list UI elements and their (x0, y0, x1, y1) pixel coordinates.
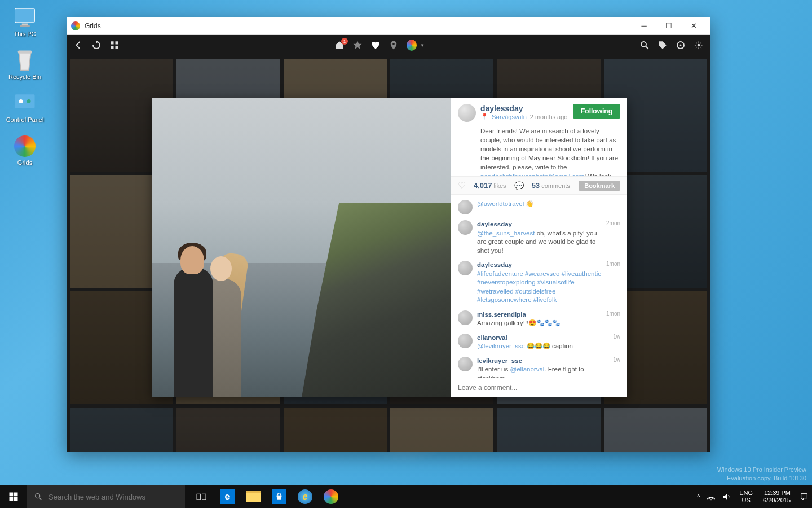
comment-input[interactable] (458, 384, 620, 392)
monitor-icon (13, 6, 37, 29)
desktop-icon-label: Grids (17, 159, 32, 166)
app-toolbar: 1 ▼ (67, 35, 710, 55)
desktop-icon-grids[interactable]: Grids (5, 134, 45, 166)
comment-body: levikruyer_sscI'll enter us @ellanorval.… (477, 357, 608, 378)
hashtag-link[interactable]: #neverstopexploring (477, 279, 536, 286)
tray-notifications-icon[interactable] (796, 485, 812, 508)
desktop-icon-label: This PC (14, 30, 36, 37)
svg-rect-19 (10, 497, 14, 501)
search-icon (34, 492, 43, 501)
hashtag-link[interactable]: #liveauthentic (562, 270, 601, 277)
task-view-button[interactable] (188, 485, 214, 508)
comment-username[interactable]: ellanorval (477, 334, 508, 341)
taskbar-search[interactable] (27, 485, 185, 508)
grid-view-button[interactable] (109, 40, 120, 50)
grids-app-icon (13, 134, 37, 158)
comment-avatar[interactable] (458, 357, 473, 371)
hashtag-link[interactable]: #letsgosomewhere (477, 296, 532, 303)
refresh-button[interactable] (91, 40, 102, 50)
taskbar-store[interactable] (266, 485, 292, 508)
comment-row: miss.serendipiaAmazing gallery!!!😍🐾🐾🐾1mo… (451, 308, 627, 331)
tray-network-icon[interactable] (703, 485, 719, 508)
comment-avatar[interactable] (458, 334, 473, 348)
mention-link[interactable]: @aworldtotravel (477, 200, 524, 207)
taskbar-search-input[interactable] (48, 493, 178, 501)
desktop-icon-control-panel[interactable]: Control Panel (5, 91, 45, 123)
hashtag-link[interactable]: #livefolk (533, 296, 557, 303)
comment-body: @aworldtotravel 👋 (477, 200, 616, 214)
taskbar-ie[interactable]: e (292, 485, 318, 508)
desktop-icons: This PC Recycle Bin Control Panel Grids (5, 6, 45, 166)
follow-button[interactable]: Following (573, 104, 620, 119)
mention-link[interactable]: @levikruyer_ssc (477, 343, 525, 349)
window-title: Grids (85, 22, 632, 30)
svg-rect-2 (20, 25, 30, 27)
close-button[interactable]: ✕ (681, 17, 706, 35)
mention-link[interactable]: @the_suns_harvest (477, 230, 535, 237)
comment-icon[interactable]: 💬 (514, 181, 524, 190)
maximize-button[interactable]: ☐ (656, 17, 681, 35)
hashtag-link[interactable]: #wetravelled (477, 288, 514, 295)
heart-icon[interactable]: ♡ (458, 180, 466, 191)
comments-list[interactable]: @aworldtotravel 👋daylessday@the_suns_har… (451, 195, 627, 378)
profile-button[interactable] (407, 40, 417, 50)
desktop-icon-label: Control Panel (6, 116, 44, 123)
comment-time: 2mon (606, 220, 620, 255)
post-caption: Dear friends! We are in search of a love… (451, 126, 627, 176)
settings-button[interactable] (694, 40, 704, 50)
minimize-button[interactable]: ─ (632, 17, 656, 35)
desktop-icon-recycle-bin[interactable]: Recycle Bin (5, 49, 45, 80)
comment-avatar[interactable] (458, 220, 473, 235)
titlebar[interactable]: Grids ─ ☐ ✕ (67, 17, 710, 35)
start-button[interactable] (0, 485, 27, 508)
post-header: daylessday 📍 Sørvágsvatn 2 months ago Fo… (451, 98, 627, 126)
tray-overflow[interactable]: ^ (694, 485, 704, 508)
hashtag-link[interactable]: #lifeofadventure (477, 270, 523, 277)
post-image[interactable] (152, 98, 451, 397)
tray-clock[interactable]: 12:39 PM 6/20/2015 (757, 489, 796, 504)
tray-language[interactable]: ENG US (735, 489, 757, 504)
hashtag-link[interactable]: #outsideisfree (515, 288, 556, 295)
hashtag-link[interactable]: #visualsoflife (537, 279, 575, 286)
tag-button[interactable] (657, 40, 668, 50)
author-avatar[interactable] (458, 104, 476, 122)
bookmark-button[interactable]: Bookmark (579, 181, 620, 191)
taskbar-edge[interactable]: e (214, 485, 240, 508)
location-button[interactable] (389, 40, 399, 50)
svg-point-15 (680, 45, 682, 46)
comment-avatar[interactable] (458, 310, 473, 325)
chevron-down-icon[interactable]: ▼ (420, 43, 425, 48)
svg-rect-7 (111, 41, 113, 44)
trash-icon (13, 49, 37, 72)
mention-link[interactable]: @ellanorval (510, 366, 544, 373)
hashtag-link[interactable]: #wearevsco (525, 270, 559, 277)
post-location[interactable]: Sørvágsvatn (492, 113, 527, 120)
explore-button[interactable] (676, 40, 686, 50)
star-button[interactable] (352, 40, 363, 50)
svg-rect-24 (202, 494, 206, 500)
back-button[interactable] (73, 40, 83, 50)
comment-avatar[interactable] (458, 261, 473, 275)
comment-avatar[interactable] (458, 200, 473, 214)
svg-rect-20 (14, 497, 18, 501)
search-button[interactable] (639, 40, 650, 50)
taskbar-grids[interactable] (318, 485, 344, 508)
author-username[interactable]: daylessday (480, 104, 568, 113)
svg-point-11 (392, 43, 395, 45)
svg-point-25 (710, 499, 712, 500)
taskbar-explorer[interactable] (240, 485, 266, 508)
likes-count[interactable]: 4,017 (474, 181, 492, 190)
tray-volume-icon[interactable] (719, 485, 735, 508)
post-sidebar: daylessday 📍 Sørvágsvatn 2 months ago Fo… (451, 98, 627, 397)
home-button[interactable]: 1 (334, 40, 345, 50)
comment-username[interactable]: levikruyer_ssc (477, 357, 522, 364)
comment-username[interactable]: daylessday (477, 221, 512, 227)
desktop-icon-label: Recycle Bin (8, 73, 41, 80)
desktop-icon-this-pc[interactable]: This PC (5, 6, 45, 37)
comment-username[interactable]: miss.serendipia (477, 311, 526, 318)
comment-username[interactable]: daylessday (477, 261, 512, 268)
svg-line-22 (39, 498, 41, 500)
windows-watermark: Windows 10 Pro Insider Preview Evaluatio… (717, 466, 806, 482)
heart-button[interactable] (370, 40, 381, 50)
comments-count[interactable]: 53 (532, 181, 540, 190)
